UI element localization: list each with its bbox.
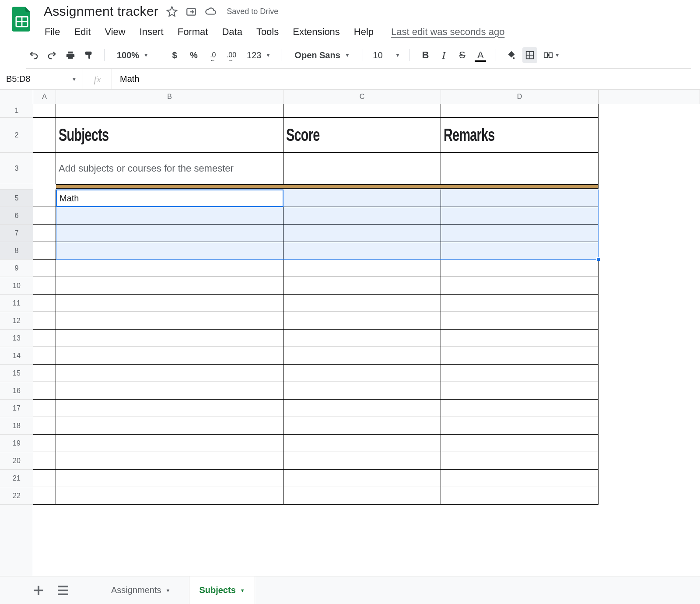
menu-tools[interactable]: Tools — [256, 25, 280, 39]
cell-D3[interactable] — [441, 153, 598, 184]
row-header-17[interactable]: 17 — [0, 400, 33, 417]
cell-A22[interactable] — [33, 487, 56, 505]
cell-C3[interactable] — [284, 153, 441, 184]
cell-D5[interactable] — [441, 190, 598, 207]
cell-C17[interactable] — [284, 400, 441, 417]
sheet-tab-menu-icon[interactable]: ▼ — [240, 588, 245, 593]
cell-B16[interactable] — [56, 382, 284, 400]
selection-handle[interactable] — [596, 257, 600, 261]
row-header-11[interactable]: 11 — [0, 295, 33, 312]
cell-D16[interactable] — [441, 382, 598, 400]
sheet-tab-subjects[interactable]: Subjects ▼ — [189, 576, 255, 604]
row-header-22[interactable]: 22 — [0, 487, 33, 505]
cell-D20[interactable] — [441, 452, 598, 470]
cell-D15[interactable] — [441, 365, 598, 382]
cell-C6[interactable] — [284, 207, 441, 225]
cell-B18[interactable] — [56, 417, 284, 435]
select-all-corner[interactable] — [0, 90, 33, 104]
col-header-C[interactable]: C — [284, 90, 441, 104]
cell-D2[interactable]: Remarks — [441, 118, 598, 153]
cell-D12[interactable] — [441, 312, 598, 330]
cell-A13[interactable] — [33, 330, 56, 347]
all-sheets-button[interactable] — [55, 583, 71, 598]
col-header-A[interactable]: A — [33, 90, 56, 104]
merge-cells-button[interactable]: ▼ — [541, 47, 562, 63]
cell-B11[interactable] — [56, 295, 284, 312]
menu-format[interactable]: Format — [177, 25, 209, 39]
cell-C12[interactable] — [284, 312, 441, 330]
cell-B21[interactable] — [56, 470, 284, 487]
row-header-19[interactable]: 19 — [0, 435, 33, 452]
sheet-tab-menu-icon[interactable]: ▼ — [166, 588, 171, 593]
more-formats-button[interactable]: 123▼ — [242, 47, 273, 63]
row-header-21[interactable]: 21 — [0, 470, 33, 487]
undo-button[interactable] — [26, 47, 41, 63]
row-header-1[interactable]: 1 — [0, 104, 33, 118]
cell-A8[interactable] — [33, 242, 56, 260]
row-header-12[interactable]: 12 — [0, 312, 33, 330]
cell-B9[interactable] — [56, 260, 284, 277]
format-percent-button[interactable]: % — [186, 47, 202, 63]
cell-C20[interactable] — [284, 452, 441, 470]
cell-D18[interactable] — [441, 417, 598, 435]
font-family-select[interactable]: Open Sans▼ — [289, 47, 355, 63]
row-header-15[interactable]: 15 — [0, 365, 33, 382]
cell-A15[interactable] — [33, 365, 56, 382]
sheets-logo-icon[interactable] — [9, 5, 35, 32]
cell-A3[interactable] — [33, 153, 56, 184]
row-header-14[interactable]: 14 — [0, 347, 33, 365]
cell-D11[interactable] — [441, 295, 598, 312]
name-box-dropdown-icon[interactable]: ▼ — [72, 77, 77, 82]
cell-C15[interactable] — [284, 365, 441, 382]
cell-B5[interactable] — [56, 190, 284, 207]
cell-C8[interactable] — [284, 242, 441, 260]
cell-B19[interactable] — [56, 435, 284, 452]
row-header-20[interactable]: 20 — [0, 452, 33, 470]
format-currency-button[interactable]: $ — [167, 47, 182, 63]
cell-A1[interactable] — [33, 104, 56, 118]
row-header-2[interactable]: 2 — [0, 118, 33, 153]
row-header-9[interactable]: 9 — [0, 260, 33, 277]
increase-decimal-button[interactable]: .00→ — [224, 47, 239, 63]
cell-D8[interactable] — [441, 242, 598, 260]
row-header-18[interactable]: 18 — [0, 417, 33, 435]
name-box[interactable]: B5:D8 ▼ — [0, 69, 83, 89]
cell-D1[interactable] — [441, 104, 598, 118]
cell-A10[interactable] — [33, 277, 56, 295]
row-header-13[interactable]: 13 — [0, 330, 33, 347]
cell-C22[interactable] — [284, 487, 441, 505]
cell-B10[interactable] — [56, 277, 284, 295]
star-icon[interactable] — [166, 6, 178, 17]
cell-B20[interactable] — [56, 452, 284, 470]
cell-B17[interactable] — [56, 400, 284, 417]
row-header-5[interactable]: 5 — [0, 190, 33, 207]
redo-button[interactable] — [45, 47, 60, 63]
cell-B6[interactable] — [56, 207, 284, 225]
font-size-select[interactable]: 10▼ — [371, 47, 402, 63]
cell-C13[interactable] — [284, 330, 441, 347]
borders-button[interactable] — [522, 47, 537, 63]
cell-A21[interactable] — [33, 470, 56, 487]
document-title[interactable]: Assignment tracker — [44, 4, 158, 19]
row-header-16[interactable]: 16 — [0, 382, 33, 400]
cloud-saved-icon[interactable] — [205, 6, 216, 17]
zoom-select[interactable]: 100%▼ — [112, 47, 151, 63]
cell-D22[interactable] — [441, 487, 598, 505]
decrease-decimal-button[interactable]: .0← — [206, 47, 220, 63]
menu-view[interactable]: View — [104, 25, 126, 39]
cell-D19[interactable] — [441, 435, 598, 452]
cell-B7[interactable] — [56, 225, 284, 242]
cell-C2[interactable]: Score — [284, 118, 441, 153]
cell-D6[interactable] — [441, 207, 598, 225]
cell-B15[interactable] — [56, 365, 284, 382]
cell-A2[interactable] — [33, 118, 56, 153]
cell-A14[interactable] — [33, 347, 56, 365]
cells-area[interactable]: Subjects Score Remarks Add subjects or c… — [33, 104, 700, 576]
cell-A16[interactable] — [33, 382, 56, 400]
bold-button[interactable]: B — [418, 47, 433, 63]
cell-C21[interactable] — [284, 470, 441, 487]
cell-C10[interactable] — [284, 277, 441, 295]
row-header-6[interactable]: 6 — [0, 207, 33, 225]
cell-B1[interactable] — [56, 104, 284, 118]
row-header-8[interactable]: 8 — [0, 242, 33, 260]
